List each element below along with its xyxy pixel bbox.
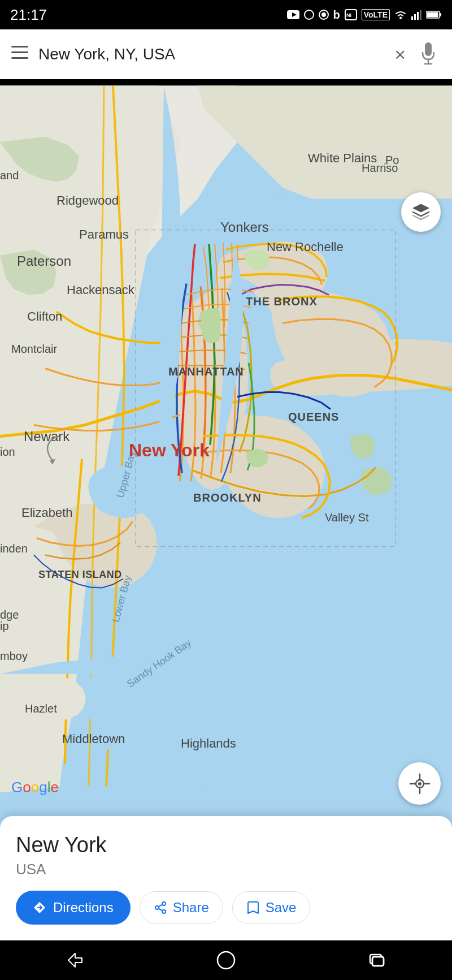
status-bar: 21:17 b NI VoLTE (0, 0, 452, 29)
svg-text:Paramus: Paramus (79, 227, 129, 241)
recent-apps-button[interactable] (360, 943, 394, 977)
svg-text:Yonkers: Yonkers (220, 219, 269, 235)
search-bar[interactable]: New York, NY, USA × (0, 29, 452, 79)
place-name: New York (16, 833, 436, 857)
b-icon: b (333, 8, 340, 21)
svg-rect-70 (372, 957, 384, 966)
status-icons: b NI VoLTE (287, 8, 442, 21)
svg-rect-10 (417, 12, 419, 20)
svg-text:Ridgewood: Ridgewood (56, 193, 119, 208)
home-button[interactable] (209, 943, 243, 977)
svg-rect-18 (425, 42, 432, 56)
svg-text:Middletown: Middletown (62, 732, 125, 746)
action-buttons: Directions Share Save (16, 891, 436, 925)
svg-text:Valley St: Valley St (325, 511, 369, 524)
directions-icon (33, 901, 46, 914)
directions-button[interactable]: Directions (16, 891, 131, 925)
svg-text:THE BRONX: THE BRONX (246, 295, 318, 308)
svg-rect-8 (411, 16, 413, 20)
battery-icon (426, 10, 442, 19)
svg-text:Newark: Newark (24, 429, 70, 444)
share-icon (154, 901, 167, 914)
svg-text:New Rochelle: New Rochelle (267, 240, 344, 254)
youtube-icon (287, 10, 299, 19)
svg-text:Po: Po (385, 154, 399, 166)
back-button[interactable] (58, 943, 92, 977)
svg-text:Clifton: Clifton (27, 309, 62, 323)
volte-icon: VoLTE (362, 9, 390, 20)
svg-text:mboy: mboy (0, 650, 28, 662)
svg-text:Hazlet: Hazlet (25, 702, 57, 715)
save-icon (246, 901, 260, 914)
circle1-icon (304, 10, 314, 20)
save-button[interactable]: Save (232, 891, 311, 924)
svg-text:Elizabeth: Elizabeth (21, 506, 73, 520)
svg-text:ip: ip (0, 620, 9, 632)
bottom-card: New York USA Directions Share (0, 816, 452, 940)
svg-text:MANHATTAN: MANHATTAN (168, 365, 244, 378)
google-logo-text: Google (11, 779, 59, 796)
map-container[interactable]: Upper Bay Lower Bay Sandy Hook Bay White… (0, 79, 452, 940)
layer-button[interactable] (401, 192, 441, 232)
share-button[interactable]: Share (140, 891, 223, 924)
search-input[interactable]: New York, NY, USA (38, 45, 384, 63)
svg-text:BROOKLYN: BROOKLYN (193, 491, 262, 504)
svg-line-66 (158, 908, 162, 910)
svg-text:Highlands: Highlands (181, 736, 236, 750)
svg-rect-13 (440, 13, 441, 16)
nav-bar (0, 940, 452, 980)
location-button[interactable] (398, 762, 441, 805)
svg-rect-16 (11, 51, 28, 53)
svg-rect-15 (11, 46, 28, 48)
close-icon[interactable]: × (394, 44, 406, 66)
svg-text:dge: dge (0, 608, 19, 621)
mic-icon[interactable] (416, 42, 441, 67)
svg-rect-14 (427, 12, 438, 18)
signal-icon (411, 10, 421, 20)
svg-text:ion: ion (0, 446, 15, 458)
svg-marker-67 (68, 953, 82, 967)
svg-text:Hackensack: Hackensack (67, 283, 135, 297)
svg-point-2 (305, 10, 314, 19)
svg-text:QUEENS: QUEENS (288, 411, 339, 423)
place-country: USA (16, 861, 436, 878)
svg-rect-17 (11, 57, 28, 59)
svg-point-4 (321, 12, 326, 17)
svg-text:Paterson: Paterson (17, 253, 71, 269)
svg-text:NI: NI (346, 12, 351, 18)
status-time: 21:17 (10, 6, 47, 24)
nfc-icon: NI (345, 9, 357, 20)
hamburger-icon[interactable] (11, 45, 28, 63)
svg-text:and: and (0, 169, 19, 182)
wifi-icon (394, 10, 407, 20)
map-svg: Upper Bay Lower Bay Sandy Hook Bay White… (0, 79, 452, 940)
google-logo: Google (11, 779, 59, 796)
svg-rect-9 (414, 14, 416, 20)
svg-point-68 (218, 952, 234, 969)
svg-rect-11 (420, 10, 421, 20)
circle2-icon (319, 10, 329, 20)
svg-text:New York: New York (129, 440, 210, 460)
svg-text:Montclair: Montclair (11, 343, 57, 355)
svg-text:STATEN ISLAND: STATEN ISLAND (38, 569, 122, 580)
svg-point-61 (418, 782, 421, 785)
svg-point-7 (399, 17, 402, 19)
svg-text:inden: inden (0, 542, 28, 555)
svg-line-65 (158, 904, 162, 906)
